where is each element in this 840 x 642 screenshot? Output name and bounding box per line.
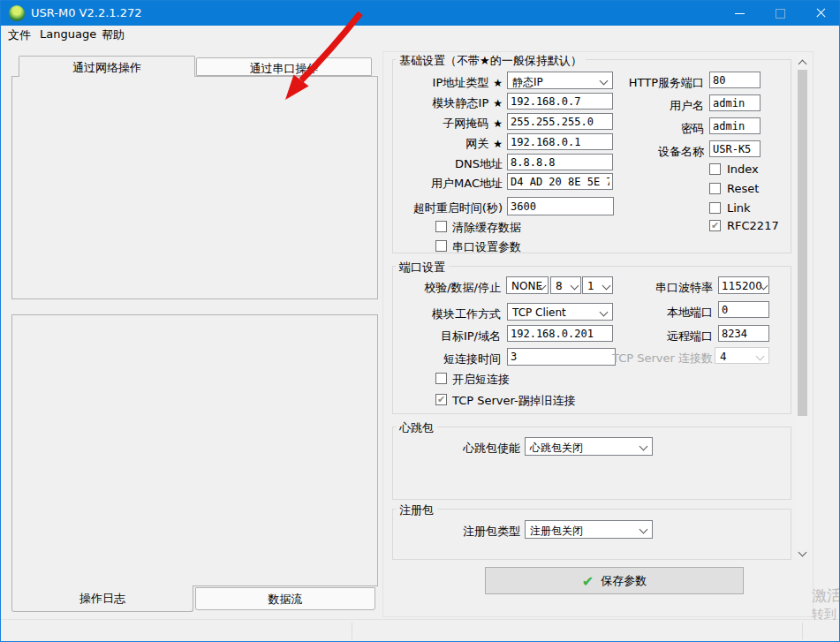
tcp-server-conns-select: 4	[715, 347, 769, 364]
device-name-label: 设备名称	[566, 144, 704, 160]
timeout-field[interactable]	[507, 197, 614, 215]
serial-params-label: 串口设置参数	[452, 239, 521, 255]
baud-label: 串口波特率	[575, 280, 713, 296]
window-title: USR-M0 V2.2.1.272	[31, 6, 142, 19]
check-icon: ✔	[437, 394, 445, 405]
parity-select[interactable]: NONE	[506, 276, 549, 294]
minimize-icon	[735, 13, 745, 14]
http-port-field[interactable]	[709, 72, 761, 88]
tab-network-ops[interactable]: 通过网络操作	[19, 56, 195, 77]
menu-bar: 文件 Language 帮助	[1, 26, 839, 44]
maximize-button[interactable]	[760, 1, 800, 26]
enable-short-conn-checkbox[interactable]	[435, 373, 447, 384]
tab-operation-log[interactable]: 操作日志	[11, 585, 193, 612]
status-bar	[1, 619, 839, 642]
group-heartbeat-title: 心跳包	[396, 420, 437, 436]
regpack-type-label: 注册包类型	[381, 524, 520, 540]
regpack-type-select[interactable]: 注册包关闭	[525, 520, 653, 539]
enable-short-conn-label: 开启短连接	[452, 372, 510, 388]
save-params-label: 保存参数	[601, 574, 647, 587]
check-icon: ✔	[711, 220, 719, 231]
save-check-icon: ✔	[582, 573, 594, 590]
reset-checkbox[interactable]	[709, 183, 721, 194]
password-label: 密码	[566, 121, 704, 137]
kick-old-label: TCP Server-踢掉旧连接	[452, 393, 576, 409]
settings-scrollbar[interactable]	[797, 56, 808, 559]
scrollbar-thumb[interactable]	[798, 70, 807, 416]
activation-watermark: 激活	[812, 585, 840, 606]
title-bar: USR-M0 V2.2.1.272	[1, 1, 839, 26]
group-port-title: 端口设置	[396, 260, 449, 276]
index-checkbox[interactable]	[709, 163, 721, 175]
mac-field[interactable]	[507, 173, 613, 190]
required-star-icon: ★	[493, 77, 503, 89]
maximize-icon	[776, 9, 785, 19]
menu-language[interactable]: Language	[40, 27, 96, 41]
rfc2217-checkbox[interactable]: ✔	[709, 220, 721, 231]
device-name-field[interactable]	[709, 140, 761, 157]
link-checkbox[interactable]	[709, 202, 721, 214]
status-divider	[352, 623, 352, 639]
device-panel	[11, 76, 378, 299]
reset-label: Reset	[727, 182, 759, 195]
tab-data-stream[interactable]: 数据流	[195, 587, 375, 610]
tab-serial-ops[interactable]: 通过串口操作	[196, 57, 372, 76]
remote-port-field[interactable]	[718, 325, 769, 342]
activation-watermark: 转到	[812, 607, 836, 623]
chevron-down-icon	[798, 548, 807, 557]
scroll-down-button[interactable]	[797, 547, 808, 559]
app-window: USR-M0 V2.2.1.272 文件 Language 帮助 通过网络操作 …	[0, 0, 840, 642]
clear-cache-checkbox[interactable]	[435, 221, 447, 232]
remote-port-label: 远程端口	[575, 329, 713, 344]
menu-file[interactable]: 文件	[8, 27, 31, 43]
required-star-icon: ★	[493, 97, 503, 110]
heartbeat-enable-label: 心跳包使能	[381, 441, 520, 457]
chevron-down-icon	[639, 442, 648, 451]
group-regpack-title: 注册包	[396, 502, 437, 518]
local-port-label: 本地端口	[575, 305, 713, 321]
minimize-button[interactable]	[719, 1, 760, 26]
chevron-down-icon	[756, 352, 765, 361]
password-field[interactable]	[709, 117, 761, 134]
close-button[interactable]	[800, 1, 840, 26]
group-basic-title: 基础设置（不带★的一般保持默认）	[396, 53, 586, 69]
scroll-up-button[interactable]	[797, 56, 808, 68]
required-star-icon: ★	[493, 138, 503, 150]
required-star-icon: ★	[493, 117, 503, 130]
log-panel	[11, 314, 378, 586]
username-label: 用户名	[566, 98, 704, 114]
index-label: Index	[727, 162, 759, 176]
chevron-down-icon	[639, 525, 648, 534]
tcp-server-conns-label: TCP Server 连接数	[575, 351, 713, 366]
clear-cache-label: 清除缓存数据	[452, 220, 521, 236]
menu-help[interactable]: 帮助	[102, 27, 125, 43]
http-port-label: HTTP服务端口	[566, 75, 704, 91]
serial-params-checkbox[interactable]	[435, 240, 447, 252]
rfc2217-label: RFC2217	[727, 219, 779, 232]
app-icon	[9, 5, 25, 21]
link-label: Link	[727, 201, 751, 215]
kick-old-checkbox[interactable]: ✔	[435, 394, 447, 405]
status-divider	[802, 623, 803, 639]
baud-select[interactable]: 115200	[718, 276, 769, 294]
heartbeat-enable-select[interactable]: 心跳包关闭	[525, 437, 653, 456]
username-field[interactable]	[709, 94, 761, 111]
chevron-up-icon	[798, 60, 807, 69]
save-params-button[interactable]: ✔保存参数	[485, 567, 744, 594]
local-port-field[interactable]	[718, 301, 769, 318]
